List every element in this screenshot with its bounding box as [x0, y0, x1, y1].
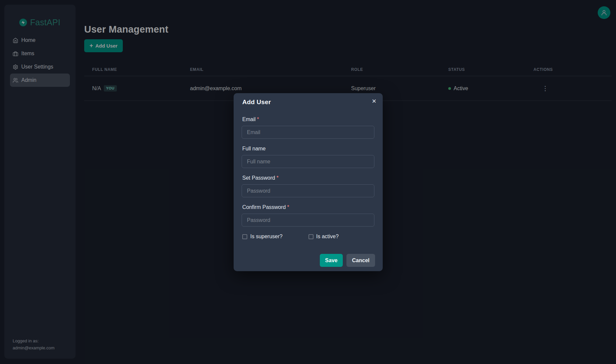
save-button[interactable]: Save [320, 254, 343, 267]
cancel-button[interactable]: Cancel [346, 254, 375, 267]
full-name-field[interactable] [242, 155, 374, 168]
set-password-field[interactable] [242, 184, 374, 197]
full-name-label: Full name [242, 145, 266, 153]
is-superuser-label: Is superuser? [250, 233, 283, 241]
is-active-checkbox[interactable] [308, 234, 313, 239]
modal-title: Add User [242, 98, 271, 106]
email-label: Email* [242, 115, 259, 123]
required-asterisk: * [287, 204, 289, 210]
is-superuser-checkbox[interactable] [242, 234, 247, 239]
required-asterisk: * [257, 116, 259, 122]
close-icon[interactable]: ✕ [369, 96, 379, 106]
app-window: FastAPI Home Items User Settings Admin L… [0, 0, 616, 364]
required-asterisk: * [277, 175, 279, 181]
add-user-modal: Add User ✕ Email* Full name Set Password… [234, 93, 383, 271]
is-active-label: Is active? [316, 233, 339, 241]
email-field[interactable] [242, 126, 374, 139]
confirm-password-label: Confirm Password* [242, 203, 289, 211]
confirm-password-field[interactable] [242, 214, 374, 227]
set-password-label: Set Password* [242, 174, 279, 182]
